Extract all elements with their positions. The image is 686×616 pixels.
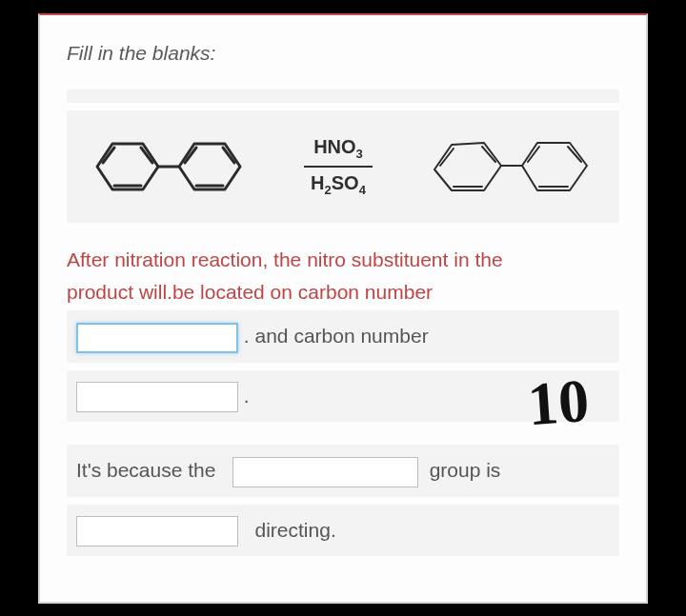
reagent-bot-sub1: 2 xyxy=(325,183,332,197)
dot-text: . xyxy=(244,385,250,407)
svg-marker-14 xyxy=(522,143,587,190)
and-carbon-number-text: . and carbon number xyxy=(244,325,429,347)
svg-marker-9 xyxy=(434,143,501,190)
reagent-bot-sub2: 4 xyxy=(359,183,366,197)
question-text-line2: product will.be located on carbon number xyxy=(67,278,619,307)
because-post-text: group is xyxy=(430,459,501,481)
reagent-top-sub: 3 xyxy=(356,147,363,161)
biphenyl-product xyxy=(417,131,608,202)
blank-directing-type[interactable] xyxy=(76,516,238,546)
reagent-block: HNO3 H2SO4 xyxy=(304,135,373,197)
svg-marker-0 xyxy=(97,144,158,189)
answer-row-3: It's because the group is xyxy=(67,445,619,496)
instruction-text: Fill in the blanks: xyxy=(67,42,619,65)
blank-carbon-number-1[interactable] xyxy=(76,323,238,353)
answer-row-2: . xyxy=(67,370,619,422)
biphenyl-reactant xyxy=(78,132,259,201)
reagent-top: HNO xyxy=(313,136,355,157)
question-text-line1: After nitration reaction, the nitro subs… xyxy=(67,246,619,274)
reaction-row: HNO3 H2SO4 xyxy=(67,110,619,223)
reaction-arrow-line xyxy=(304,166,373,168)
blank-carbon-number-2[interactable] xyxy=(76,382,238,412)
question-card: Fill in the blanks: xyxy=(38,13,648,604)
because-pre-text: It's because the xyxy=(76,459,215,481)
answer-row-4: directing. xyxy=(67,505,619,556)
answer-row-1: . and carbon number xyxy=(67,310,619,362)
reagent-bot-a: H xyxy=(311,172,324,193)
directing-text: directing. xyxy=(255,519,336,541)
shade-bar-1 xyxy=(67,89,619,103)
blank-group-name[interactable] xyxy=(232,457,418,487)
reagent-bot-mid: SO xyxy=(332,172,359,193)
svg-marker-5 xyxy=(179,144,240,189)
